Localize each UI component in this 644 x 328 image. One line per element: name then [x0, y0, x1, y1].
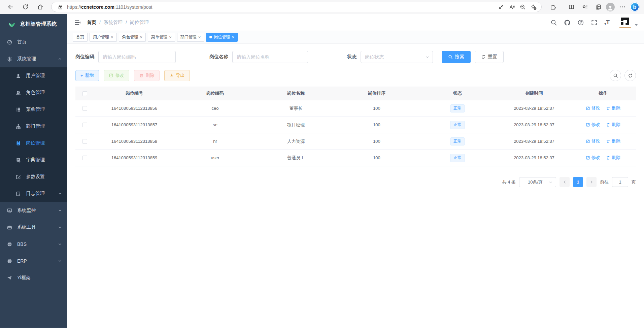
- sidebar-item-yi-framework[interactable]: Yi框架: [0, 269, 67, 286]
- post-name-input[interactable]: [232, 51, 308, 63]
- extensions-icon[interactable]: [547, 1, 558, 13]
- sidebar-item-departments[interactable]: 部门管理: [0, 118, 67, 135]
- bing-icon[interactable]: b: [630, 2, 639, 11]
- table-search-toggle[interactable]: [610, 70, 621, 81]
- help-icon[interactable]: [577, 19, 584, 26]
- reset-button[interactable]: 重置: [475, 51, 504, 63]
- collections-icon[interactable]: [592, 1, 604, 13]
- hamburger-icon[interactable]: [72, 17, 83, 28]
- row-delete-link[interactable]: 删除: [606, 122, 620, 128]
- row-edit-link[interactable]: 修改: [586, 105, 600, 111]
- row-checkbox[interactable]: [82, 123, 87, 127]
- search-icon[interactable]: [550, 19, 557, 26]
- breadcrumb-post: 岗位管理: [130, 20, 149, 26]
- post-name-label: 岗位名称: [209, 54, 228, 60]
- row-edit-link[interactable]: 修改: [586, 155, 600, 161]
- row-delete-link[interactable]: 删除: [606, 155, 620, 161]
- col-post-name: 岗位名称: [256, 87, 336, 100]
- sidebar-item-tools[interactable]: 系统工具: [0, 219, 67, 236]
- sidebar-item-logs[interactable]: 日志管理: [0, 185, 67, 202]
- refresh-icon: [481, 55, 486, 59]
- fullscreen-icon[interactable]: [591, 19, 598, 26]
- user-menu[interactable]: [618, 16, 638, 29]
- add-button[interactable]: + 新增: [75, 70, 99, 81]
- sidebar-item-home[interactable]: 首页: [0, 34, 67, 51]
- edit-icon: [586, 156, 590, 160]
- close-icon[interactable]: ×: [169, 35, 172, 39]
- post-code-input[interactable]: [98, 51, 176, 63]
- sidebar-item-menus[interactable]: 菜单管理: [0, 101, 67, 118]
- leaf-logo-icon: [7, 20, 16, 28]
- page-size-select[interactable]: [519, 177, 556, 187]
- row-edit-link[interactable]: 修改: [586, 138, 600, 144]
- sidebar-item-erp[interactable]: ERP: [0, 253, 67, 269]
- tab-users[interactable]: 用户管理×: [90, 33, 117, 42]
- sidebar-item-bbs[interactable]: BBS: [0, 236, 67, 253]
- sidebar-item-roles[interactable]: 角色管理: [0, 84, 67, 101]
- sidebar-item-dictionaries[interactable]: 字典管理: [0, 152, 67, 168]
- export-button[interactable]: 导出: [164, 70, 190, 81]
- more-icon[interactable]: [617, 1, 628, 13]
- org-chart-icon: [15, 124, 21, 129]
- address-bar[interactable]: https://ccnetcore.com:1101/system/post: [51, 2, 542, 12]
- breadcrumb-system[interactable]: 系统管理: [104, 20, 123, 26]
- home-icon[interactable]: [34, 1, 46, 13]
- close-icon[interactable]: ×: [111, 35, 113, 39]
- status-select-input[interactable]: [361, 51, 433, 63]
- trash-icon: [606, 123, 610, 127]
- row-delete-link[interactable]: 删除: [606, 138, 620, 144]
- select-all-checkbox[interactable]: [82, 91, 87, 96]
- sidebar-item-posts[interactable]: 岗位管理: [0, 135, 67, 152]
- font-size-icon[interactable]: тT: [604, 19, 610, 26]
- monitor-icon: [7, 208, 12, 214]
- app-logo[interactable]: 意框架管理系统: [0, 14, 67, 34]
- row-checkbox[interactable]: [82, 156, 87, 160]
- status-select[interactable]: [361, 51, 433, 63]
- github-icon[interactable]: [564, 19, 571, 26]
- add-favorite-icon[interactable]: [529, 2, 538, 12]
- goto-page-input[interactable]: [612, 177, 628, 187]
- split-screen-icon[interactable]: [566, 1, 577, 13]
- refresh-icon: [628, 73, 633, 78]
- edit-icon: [109, 73, 113, 78]
- tab-roles[interactable]: 角色管理×: [119, 33, 146, 42]
- tab-posts[interactable]: 岗位管理×: [206, 33, 238, 42]
- badge-icon: [15, 140, 21, 146]
- logo-underline: [619, 27, 631, 28]
- delete-button[interactable]: 删除: [134, 70, 160, 81]
- sidebar-item-users[interactable]: 用户管理: [0, 67, 67, 84]
- close-icon[interactable]: ×: [198, 35, 201, 39]
- status-badge: 正常: [450, 121, 465, 129]
- breadcrumb-home[interactable]: 首页: [87, 20, 96, 26]
- tab-menus[interactable]: 菜单管理×: [148, 33, 175, 42]
- favorites-icon[interactable]: [579, 1, 590, 13]
- next-page-button[interactable]: [586, 177, 597, 187]
- row-delete-link[interactable]: 删除: [606, 105, 620, 111]
- tab-home[interactable]: 首页: [73, 33, 88, 42]
- sidebar-item-parameters[interactable]: 参数设置: [0, 168, 67, 185]
- zoom-out-icon[interactable]: [518, 2, 527, 12]
- profile-avatar[interactable]: [606, 3, 615, 11]
- edit-button[interactable]: 修改: [104, 70, 129, 81]
- sidebar-item-system[interactable]: 系统管理: [0, 51, 67, 67]
- close-icon[interactable]: ×: [140, 35, 143, 39]
- trash-icon: [139, 73, 144, 78]
- tab-departments[interactable]: 部门管理×: [177, 33, 204, 42]
- page-number-1[interactable]: 1: [573, 177, 583, 187]
- globe-icon: [7, 241, 12, 247]
- search-button[interactable]: 搜索: [442, 51, 471, 63]
- row-checkbox[interactable]: [82, 139, 87, 144]
- row-edit-link[interactable]: 修改: [586, 122, 600, 128]
- back-icon[interactable]: [5, 1, 16, 13]
- key-icon[interactable]: [496, 2, 506, 12]
- send-icon: [7, 275, 12, 281]
- row-checkbox[interactable]: [82, 106, 87, 111]
- prev-page-button[interactable]: [560, 177, 570, 187]
- read-aloud-icon[interactable]: [507, 2, 516, 12]
- close-icon[interactable]: ×: [232, 35, 234, 39]
- table-refresh-button[interactable]: [624, 70, 636, 81]
- refresh-icon[interactable]: [20, 1, 31, 13]
- col-created: 创建时间: [498, 87, 570, 100]
- sidebar-item-monitor[interactable]: 系统监控: [0, 202, 67, 219]
- caret-down-icon: [635, 24, 638, 26]
